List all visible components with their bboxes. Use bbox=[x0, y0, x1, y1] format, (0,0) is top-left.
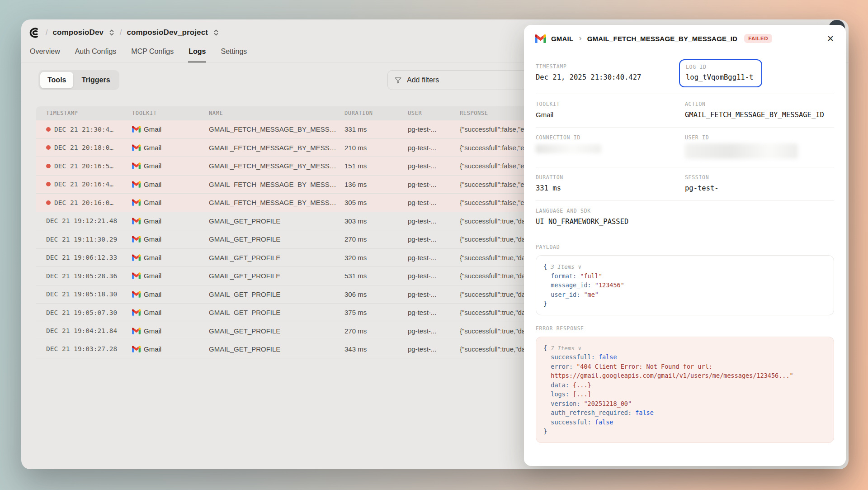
cell-timestamp: DEC 21 19:05:28.36 bbox=[46, 272, 132, 280]
cell-user: pg-test-... bbox=[408, 217, 460, 225]
tab[interactable]: Auth Configs bbox=[75, 44, 117, 62]
failed-status-dot bbox=[46, 164, 51, 168]
project-select-chevrons-icon[interactable] bbox=[213, 29, 219, 36]
failed-status-dot bbox=[46, 200, 51, 205]
cell-name: GMAIL_FETCH_MESSAGE_BY_MESSAGE_ID bbox=[209, 181, 344, 188]
failed-status-dot bbox=[46, 182, 51, 186]
funnel-icon bbox=[394, 76, 402, 84]
code-token: message_id: bbox=[543, 281, 595, 289]
field-label: LOG ID bbox=[686, 64, 753, 70]
field-label: USER ID bbox=[685, 134, 834, 141]
code-token: "20251218_00" bbox=[584, 400, 632, 407]
cell-toolkit: Gmail bbox=[132, 235, 209, 243]
cell-toolkit: Gmail bbox=[132, 217, 209, 225]
tab[interactable]: Settings bbox=[220, 44, 247, 62]
cell-duration: 343 ms bbox=[344, 345, 408, 353]
field-value: Dec 21, 2025 21:30:40.427 bbox=[536, 73, 685, 81]
cell-timestamp: DEC 21 19:05:18.30 bbox=[46, 290, 132, 298]
org-select-chevrons-icon[interactable] bbox=[108, 29, 115, 36]
gmail-icon bbox=[132, 199, 141, 206]
cell-duration: 320 ms bbox=[344, 254, 408, 262]
code-token: data: bbox=[543, 381, 573, 389]
redacted-connection-id bbox=[536, 144, 601, 153]
field-value: pg-test- bbox=[685, 184, 834, 192]
code-token: version: bbox=[543, 400, 584, 407]
gmail-icon bbox=[132, 162, 141, 169]
cell-toolkit: Gmail bbox=[132, 144, 209, 152]
org-name[interactable]: composioDev bbox=[52, 28, 104, 37]
gmail-icon bbox=[132, 126, 141, 133]
cell-timestamp: DEC 21 19:12:21.48 bbox=[46, 217, 132, 224]
tab[interactable]: MCP Configs bbox=[131, 44, 174, 62]
log-detail-body: TIMESTAMP Dec 21, 2025 21:30:40.427 LOG … bbox=[524, 52, 846, 443]
redacted-user-id bbox=[685, 143, 798, 159]
gmail-icon bbox=[535, 34, 546, 43]
tab[interactable]: Overview bbox=[29, 44, 61, 62]
cell-user: pg-test-... bbox=[408, 272, 460, 280]
segment-triggers[interactable]: Triggers bbox=[74, 72, 117, 88]
field-duration: DURATION 331 ms bbox=[536, 174, 685, 192]
cell-user: pg-test-... bbox=[408, 309, 460, 316]
gmail-icon bbox=[132, 181, 141, 188]
cell-user: pg-test-... bbox=[408, 199, 460, 206]
tab[interactable]: Logs bbox=[188, 44, 206, 62]
cell-user: pg-test-... bbox=[408, 235, 460, 243]
field-label: SESSION bbox=[685, 174, 834, 181]
cell-duration: 306 ms bbox=[344, 290, 408, 298]
cell-name: GMAIL_FETCH_MESSAGE_BY_MESSAGE_ID bbox=[209, 125, 344, 133]
field-connection-id: CONNECTION ID bbox=[536, 134, 685, 159]
field-value: GMAIL_FETCH_MESSAGE_BY_MESSAGE_ID bbox=[685, 111, 834, 119]
cell-toolkit: Gmail bbox=[132, 162, 209, 170]
col-timestamp: TIMESTAMP bbox=[46, 110, 132, 116]
code-token: https://gmail.googleapis.com/gmail/v1/us… bbox=[543, 372, 793, 379]
items-count-expander[interactable]: 7 Items ∨ bbox=[551, 345, 581, 352]
gmail-icon bbox=[132, 346, 141, 352]
code-token: "404 Client Error: Not Found for url: bbox=[576, 363, 712, 370]
gmail-icon bbox=[132, 309, 141, 316]
payload-json-viewer: { 3 Items ∨ format: "full" message_id: "… bbox=[536, 255, 834, 315]
cell-user: pg-test-... bbox=[408, 144, 460, 152]
cell-user: pg-test-... bbox=[408, 327, 460, 335]
cell-user: pg-test-... bbox=[408, 125, 460, 133]
field-value: log_tVqomBgg11-t bbox=[686, 73, 753, 81]
gmail-icon bbox=[132, 272, 141, 279]
code-token: { bbox=[543, 344, 551, 352]
cell-timestamp: DEC 21 21:30:4… bbox=[46, 126, 132, 133]
cell-user: pg-test-... bbox=[408, 181, 460, 188]
gmail-icon bbox=[132, 144, 141, 151]
cell-user: pg-test-... bbox=[408, 345, 460, 353]
field-row-sdk: LANGUAGE AND SDK UI NO_FRAMEWORK_PASSED bbox=[536, 201, 834, 234]
cell-name: GMAIL_GET_PROFILE bbox=[209, 345, 344, 353]
cell-timestamp: DEC 21 20:18:0… bbox=[46, 144, 132, 151]
cell-timestamp: DEC 21 20:16:5… bbox=[46, 162, 132, 170]
items-count-expander[interactable]: 3 Items ∨ bbox=[551, 263, 581, 270]
code-token: successfull: bbox=[543, 353, 599, 361]
cell-timestamp: DEC 21 19:11:30.29 bbox=[46, 236, 132, 243]
cell-toolkit: Gmail bbox=[132, 199, 209, 206]
cell-toolkit: Gmail bbox=[132, 345, 209, 353]
code-token: error: bbox=[543, 363, 576, 370]
col-toolkit: TOOLKIT bbox=[132, 110, 209, 116]
cell-duration: 305 ms bbox=[344, 199, 408, 206]
chevron-right-icon: › bbox=[579, 33, 581, 43]
breadcrumb-separator: / bbox=[46, 29, 47, 37]
code-token: logs: bbox=[543, 390, 573, 398]
col-user: USER bbox=[408, 110, 460, 116]
failed-status-dot bbox=[46, 145, 51, 150]
failed-status-dot bbox=[46, 127, 51, 132]
error-response-section: ERROR RESPONSE { 7 Items ∨ successfull: … bbox=[536, 325, 834, 443]
gmail-icon bbox=[132, 254, 141, 261]
log-id-highlight-box[interactable]: LOG ID log_tVqomBgg11-t bbox=[679, 59, 762, 87]
code-token: auth_refresh_required: bbox=[543, 409, 635, 416]
close-icon[interactable]: ✕ bbox=[827, 34, 834, 43]
col-name: NAME bbox=[209, 110, 344, 116]
segment-tools[interactable]: Tools bbox=[40, 72, 73, 88]
cell-timestamp: DEC 21 20:16:4… bbox=[46, 181, 132, 188]
field-value: UI NO_FRAMEWORK_PASSED bbox=[536, 218, 834, 226]
field-user-id: USER ID bbox=[685, 134, 834, 159]
code-token: {...} bbox=[573, 381, 591, 389]
field-action: ACTION GMAIL_FETCH_MESSAGE_BY_MESSAGE_ID bbox=[685, 101, 834, 119]
payload-section: PAYLOAD { 3 Items ∨ format: "full" messa… bbox=[536, 244, 834, 315]
project-name[interactable]: composioDev_project bbox=[127, 28, 208, 37]
field-row-toolkit-action: TOOLKIT Gmail ACTION GMAIL_FETCH_MESSAGE… bbox=[536, 94, 834, 128]
